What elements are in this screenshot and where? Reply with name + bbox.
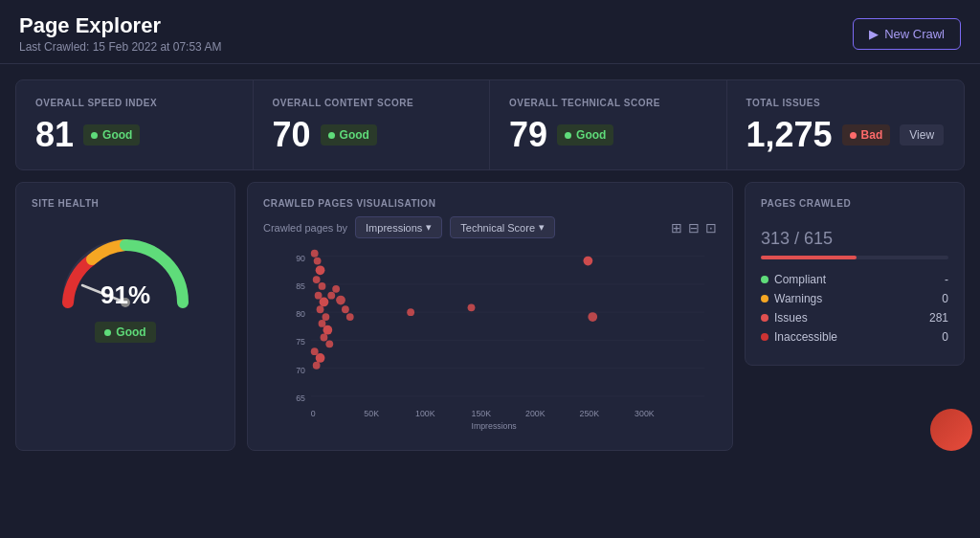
crawled-total-value: / 615 — [790, 229, 833, 248]
svg-text:0: 0 — [311, 409, 316, 418]
svg-point-30 — [323, 313, 330, 321]
chart-icon-3[interactable]: ⊡ — [705, 220, 717, 235]
play-icon: ▶ — [869, 27, 879, 41]
svg-point-32 — [323, 325, 332, 335]
svg-text:150K: 150K — [472, 409, 492, 418]
svg-point-45 — [584, 257, 593, 266]
svg-point-23 — [314, 258, 322, 265]
svg-point-39 — [332, 285, 340, 293]
site-health-badge: Good — [95, 322, 155, 343]
total-issues-value-row: 1,275 Bad View — [746, 118, 946, 152]
site-health-card: SITE HEALTH 91% Good — [15, 182, 235, 451]
svg-point-44 — [468, 303, 476, 311]
content-score-badge: Good — [321, 124, 377, 146]
legend-inaccessible: Inaccessible 0 — [761, 330, 948, 344]
new-crawl-button[interactable]: ▶ New Crawl — [853, 18, 961, 50]
speed-index-card: OVERALL SPEED INDEX 81 Good — [16, 80, 254, 169]
speed-index-value: 81 — [35, 118, 74, 152]
content-score-card: OVERALL CONTENT SCORE 70 Good — [254, 80, 491, 169]
content-score-badge-label: Good — [340, 128, 369, 142]
svg-text:65: 65 — [296, 393, 305, 403]
compliant-dot — [761, 276, 768, 283]
svg-text:50K: 50K — [364, 409, 379, 418]
technical-score-badge: Good — [557, 124, 613, 146]
crawled-pages-title: CRAWLED PAGES VISUALISATION — [263, 198, 717, 209]
speed-index-dot — [91, 132, 98, 139]
technical-score-dropdown[interactable]: Technical Score ▾ — [450, 216, 555, 238]
technical-score-chevron-icon: ▾ — [539, 221, 545, 234]
total-issues-label: TOTAL ISSUES — [746, 98, 946, 108]
svg-text:75: 75 — [296, 337, 305, 347]
legend-inaccessible-left: Inaccessible — [761, 330, 837, 344]
chart-icon-2[interactable]: ⊟ — [688, 220, 700, 235]
technical-score-dropdown-label: Technical Score — [460, 222, 535, 234]
site-health-badge-label: Good — [116, 325, 145, 339]
gauge-value: 91% — [100, 280, 150, 310]
page-title: Page Explorer — [19, 13, 221, 38]
compliant-value: - — [945, 273, 948, 286]
issues-value: 281 — [929, 311, 948, 325]
crawled-count-value: 313 — [761, 229, 790, 248]
impressions-dropdown[interactable]: Impressions ▾ — [355, 216, 442, 238]
legend-warnings-left: Warnings — [761, 292, 822, 305]
total-issues-badge-label: Bad — [861, 128, 883, 142]
legend-compliant: Compliant - — [761, 273, 948, 286]
crawled-progress-bar — [761, 256, 948, 259]
compliant-label: Compliant — [774, 273, 826, 286]
total-issues-value: 1,275 — [746, 118, 833, 152]
speed-index-badge-label: Good — [102, 128, 132, 142]
svg-point-38 — [327, 292, 335, 300]
warnings-value: 0 — [942, 292, 948, 305]
legend-compliant-left: Compliant — [761, 273, 826, 286]
svg-point-40 — [336, 296, 345, 305]
chart-controls: Crawled pages by Impressions ▾ Technical… — [263, 216, 717, 238]
issues-label: Issues — [774, 311, 808, 325]
gauge-container: 91% — [54, 226, 197, 312]
svg-point-27 — [315, 292, 323, 300]
impressions-chevron-icon: ▾ — [426, 221, 432, 234]
inaccessible-value: 0 — [942, 330, 948, 344]
svg-text:Impressions: Impressions — [472, 421, 518, 431]
pages-crawled-title: PAGES CRAWLED — [761, 198, 948, 209]
chart-icon-1[interactable]: ⊞ — [671, 220, 682, 235]
site-health-title: SITE HEALTH — [32, 198, 99, 209]
total-issues-view-button[interactable]: View — [900, 124, 944, 146]
svg-point-33 — [321, 334, 328, 342]
header: Page Explorer Last Crawled: 15 Feb 2022 … — [0, 0, 980, 64]
svg-text:90: 90 — [296, 254, 305, 263]
speed-index-label: OVERALL SPEED INDEX — [35, 98, 234, 108]
svg-text:200K: 200K — [525, 409, 546, 418]
svg-text:85: 85 — [296, 281, 305, 291]
legend-issues-left: Issues — [761, 311, 808, 325]
last-crawled-subtitle: Last Crawled: 15 Feb 2022 at 07:53 AM — [19, 40, 221, 54]
svg-point-26 — [319, 282, 326, 290]
svg-text:100K: 100K — [415, 409, 435, 418]
svg-text:300K: 300K — [635, 409, 655, 418]
speed-index-badge: Good — [83, 124, 140, 146]
content-score-label: OVERALL CONTENT SCORE — [273, 98, 471, 108]
technical-score-badge-label: Good — [576, 128, 606, 142]
svg-point-37 — [313, 362, 321, 370]
pages-crawled-card: PAGES CRAWLED 313 / 615 Compliant - Warn… — [745, 182, 965, 366]
total-issues-dot — [850, 132, 857, 139]
crawled-bar-fill — [761, 256, 857, 259]
avatar — [930, 409, 972, 451]
scatter-chart: 90 85 80 75 70 65 0 50K 100K 150K 200K 2… — [263, 244, 717, 431]
crawled-pages-card: CRAWLED PAGES VISUALISATION Crawled page… — [247, 182, 733, 451]
svg-text:80: 80 — [296, 309, 305, 319]
inaccessible-label: Inaccessible — [774, 330, 837, 344]
content-score-value-row: 70 Good — [273, 118, 471, 152]
svg-point-42 — [346, 313, 354, 321]
technical-score-card: OVERALL TECHNICAL SCORE 79 Good — [490, 80, 727, 169]
header-left: Page Explorer Last Crawled: 15 Feb 2022 … — [19, 13, 221, 54]
warnings-dot — [761, 295, 768, 303]
svg-point-46 — [588, 312, 597, 322]
issues-dot — [761, 314, 768, 322]
site-health-dot — [104, 329, 111, 336]
svg-point-34 — [325, 340, 333, 347]
svg-point-31 — [319, 320, 326, 327]
pages-crawled-count: 313 / 615 — [761, 216, 948, 252]
new-crawl-label: New Crawl — [884, 27, 945, 41]
svg-point-24 — [316, 265, 325, 275]
content-score-dot — [328, 132, 335, 139]
